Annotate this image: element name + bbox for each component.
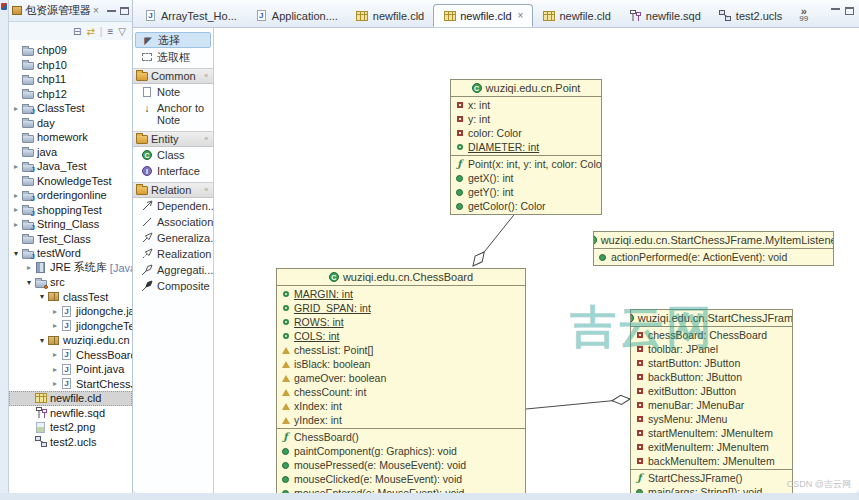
tree-item-knowledgetest[interactable]: KnowledgeTest <box>9 174 132 189</box>
uml-member[interactable]: ƒStartChessJFrame() <box>631 471 792 485</box>
uml-member[interactable]: gameOver: boolean <box>277 371 525 385</box>
uml-class-myitemlistener[interactable]: Cwuziqi.edu.cn.StartChessJFrame.MyItemLi… <box>593 231 834 266</box>
tree-item-jidongchetest-j[interactable]: ▸JjidongcheTest.j <box>9 319 132 334</box>
uml-member[interactable]: color: Color <box>451 126 601 140</box>
package-explorer-title[interactable]: 包资源管理器 <box>25 3 91 18</box>
uml-member[interactable]: chessCount: int <box>277 385 525 399</box>
uml-member[interactable]: DIAMETER: int <box>451 140 601 154</box>
palette-section-relation[interactable]: Relation⚬ <box>133 182 213 198</box>
palette-item-anchor-to-note[interactable]: ↓Anchor to Note <box>133 100 213 128</box>
uml-member[interactable]: chessList: Point[] <box>277 343 525 357</box>
uml-member[interactable]: y: int <box>451 112 601 126</box>
tree-item-homework[interactable]: homework <box>9 130 132 145</box>
palette-section-entity[interactable]: Entity⚬ <box>133 131 213 147</box>
tab-newfile-cld[interactable]: newfile.cld <box>347 4 433 27</box>
tree-item-shoppingtest[interactable]: ▸JshoppingTest <box>9 203 132 218</box>
palette-item-composite[interactable]: Composite <box>133 278 213 294</box>
tree-expanded-icon[interactable]: ▾ <box>37 292 47 301</box>
uml-member[interactable]: xIndex: int <box>277 399 525 413</box>
editor-maximize-icon[interactable] <box>845 7 854 15</box>
tree-item-chp11[interactable]: chp11 <box>9 72 132 87</box>
uml-member[interactable]: GRID_SPAN: int <box>277 301 525 315</box>
uml-member[interactable]: ƒChessBoard() <box>277 430 525 444</box>
tab-test2-ucls[interactable]: test2.ucls <box>710 4 791 27</box>
tree-item-wuziqi-edu-cn[interactable]: ▾wuziqi.edu.cn <box>9 333 132 348</box>
tree-collapsed-icon[interactable]: ▸ <box>11 104 21 113</box>
tree-collapsed-icon[interactable]: ▸ <box>11 220 21 229</box>
tree-expanded-icon[interactable]: ▾ <box>24 278 34 287</box>
uml-member[interactable]: isBlack: boolean <box>277 357 525 371</box>
uml-class-chessboard[interactable]: Cwuziqi.edu.cn.ChessBoardMARGIN: intGRID… <box>276 268 526 493</box>
tab-newfile-cld[interactable]: newfile.cld <box>533 4 619 27</box>
tree-item-testword[interactable]: ▾JtestWord <box>9 246 132 261</box>
uml-member[interactable]: mousePressed(e: MouseEvent): void <box>277 458 525 472</box>
tree-item-newfile-sqd[interactable]: newfile.sqd <box>9 406 132 421</box>
view-maximize-icon[interactable] <box>120 7 129 15</box>
pin-icon[interactable]: ⚬ <box>202 71 210 81</box>
dropdown-icon[interactable]: ▽ <box>118 26 126 37</box>
uml-member[interactable]: actionPerformed(e: ActionEvent): void <box>594 250 833 264</box>
tree-item-string-class[interactable]: ▸JString_Class <box>9 217 132 232</box>
tree-item-chessboard-java[interactable]: ▸JChessBoard.java <box>9 348 132 363</box>
tree-item-chp12[interactable]: chp12 <box>9 87 132 102</box>
view-minimize-icon[interactable] <box>107 9 116 12</box>
tree-item-java-test[interactable]: ▸JJava_Test <box>9 159 132 174</box>
uml-class-startchessjframe[interactable]: Cwuziqi.edu.cn.StartChessJFramechessBoar… <box>630 309 793 493</box>
tab-newfile-sqd[interactable]: newfile.sqd <box>620 4 710 27</box>
tree-expanded-icon[interactable]: ▾ <box>37 336 47 345</box>
tree-item-java[interactable]: java <box>9 145 132 160</box>
uml-member[interactable]: getX(): int <box>451 171 601 185</box>
tree-expanded-icon[interactable]: ▾ <box>11 249 21 258</box>
uml-member[interactable]: backMenuItem: JMenuItem <box>631 454 792 468</box>
pin-icon[interactable]: ⚬ <box>202 185 210 195</box>
tree-item-jre-[interactable]: ▸JRE 系统库[JavaSE-1.8 <box>9 261 132 276</box>
view-close-icon[interactable]: × <box>93 5 99 16</box>
uml-member[interactable]: mouseEntered(e: MouseEvent): void <box>277 486 525 493</box>
view-menu-icon[interactable]: ≡ <box>107 26 113 37</box>
palette-tool-select[interactable]: ◤选择 <box>135 32 211 48</box>
tree-item-orderingonline[interactable]: ▸Jorderingonline <box>9 188 132 203</box>
tab-application-[interactable]: JApplication.... <box>246 4 347 27</box>
uml-class-point[interactable]: Cwuziqi.edu.cn.Pointx: inty: intcolor: C… <box>450 79 602 215</box>
uml-member[interactable]: exitMenuItem: JMenuItem <box>631 440 792 454</box>
uml-member[interactable]: ƒPoint(x: int, y: int, color: Color) <box>451 157 601 171</box>
uml-member[interactable]: mouseClicked(e: MouseEvent): void <box>277 472 525 486</box>
tree-item-day[interactable]: day <box>9 116 132 131</box>
tab-newfile-cld[interactable]: newfile.cld× <box>433 4 533 27</box>
uml-member[interactable]: MARGIN: int <box>277 287 525 301</box>
palette-item-aggregati-[interactable]: Aggregati... <box>133 262 213 278</box>
link-with-editor-icon[interactable]: ⇄ <box>86 26 94 37</box>
palette-item-interface[interactable]: IInterface <box>133 163 213 179</box>
uml-class-header[interactable]: Cwuziqi.edu.cn.StartChessJFrame.MyItemLi… <box>594 232 833 249</box>
palette-section-common[interactable]: Common⚬ <box>133 68 213 84</box>
tree-collapsed-icon[interactable]: ▸ <box>50 307 60 316</box>
uml-member[interactable]: x: int <box>451 98 601 112</box>
tree-item-src[interactable]: ▾src <box>9 275 132 290</box>
tree-item-classtest[interactable]: ▸JClassTest <box>9 101 132 116</box>
uml-member[interactable]: getY(): int <box>451 185 601 199</box>
palette-tool-marquee[interactable]: 选取框 <box>135 49 211 65</box>
tab-arraytest-ho-[interactable]: JArrayTest_Ho... <box>135 4 246 27</box>
pin-icon[interactable]: ⚬ <box>202 134 210 144</box>
uml-member[interactable]: chessBoard: ChessBoard <box>631 328 792 342</box>
tree-item-jidongche-java[interactable]: ▸Jjidongche.java <box>9 304 132 319</box>
uml-member[interactable]: COLS: int <box>277 329 525 343</box>
tree-collapsed-icon[interactable]: ▸ <box>11 162 21 171</box>
palette-item-association[interactable]: Association <box>133 214 213 230</box>
uml-member[interactable]: yIndex: int <box>277 413 525 427</box>
tree-collapsed-icon[interactable]: ▸ <box>50 365 60 374</box>
collapse-all-icon[interactable]: ⊟ <box>73 26 81 37</box>
palette-item-note[interactable]: Note <box>133 84 213 100</box>
tree-collapsed-icon[interactable]: ▸ <box>24 263 34 272</box>
uml-member[interactable]: exitButton: JButton <box>631 384 792 398</box>
uml-member[interactable]: ROWS: int <box>277 315 525 329</box>
perspective-icon[interactable] <box>1 3 7 10</box>
tree-item-point-java[interactable]: ▸JPoint.java <box>9 362 132 377</box>
uml-canvas[interactable]: Cwuziqi.edu.cn.Pointx: inty: intcolor: C… <box>214 28 859 493</box>
tree-item-test2-ucls[interactable]: test2.ucls <box>9 435 132 450</box>
tree-collapsed-icon[interactable]: ▸ <box>50 379 60 388</box>
uml-member[interactable]: getColor(): Color <box>451 199 601 213</box>
tree-item-newfile-cld[interactable]: newfile.cld <box>9 391 132 406</box>
uml-member[interactable]: startButton: JButton <box>631 356 792 370</box>
uml-member[interactable]: backButton: JButton <box>631 370 792 384</box>
